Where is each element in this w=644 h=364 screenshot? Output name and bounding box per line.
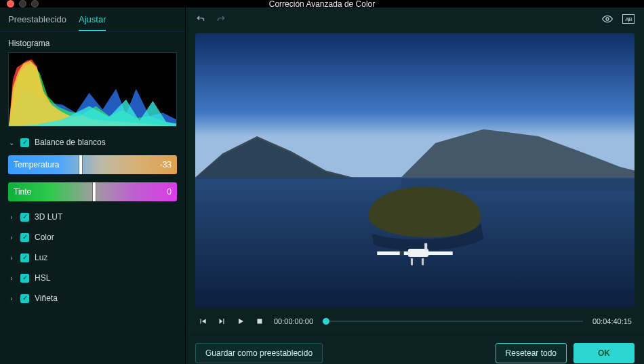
sidebar-tabs: Preestablecido Ajustar bbox=[0, 7, 185, 32]
temperature-label: Temperatura bbox=[14, 155, 59, 174]
redo-icon[interactable] bbox=[216, 14, 226, 24]
tint-value: 0 bbox=[167, 182, 172, 201]
undo-icon[interactable] bbox=[195, 14, 206, 24]
video-preview[interactable] bbox=[195, 33, 635, 308]
group-color[interactable]: › ✓ Color bbox=[0, 227, 185, 247]
checkbox-luz[interactable]: ✓ bbox=[20, 254, 29, 262]
tab-presets[interactable]: Preestablecido bbox=[8, 14, 66, 31]
svg-point-5 bbox=[606, 18, 609, 20]
step-back-icon[interactable] bbox=[198, 317, 207, 326]
svg-rect-13 bbox=[422, 258, 424, 265]
timeline-playhead[interactable] bbox=[323, 318, 329, 325]
tab-adjust[interactable]: Ajustar bbox=[79, 14, 106, 31]
main-toolbar: A|B bbox=[186, 7, 644, 31]
temperature-handle[interactable] bbox=[79, 155, 82, 174]
group-color-label: Color bbox=[35, 232, 54, 242]
group-hsl[interactable]: › ✓ HSL bbox=[0, 268, 185, 288]
play-icon[interactable] bbox=[236, 317, 245, 326]
checkbox-hsl[interactable]: ✓ bbox=[20, 274, 29, 283]
chevron-right-icon: › bbox=[8, 214, 15, 221]
svg-rect-11 bbox=[400, 251, 404, 256]
chevron-down-icon: ⌄ bbox=[8, 139, 15, 146]
stop-icon[interactable] bbox=[255, 317, 264, 326]
timecode-total: 00:04:40:15 bbox=[592, 317, 632, 325]
group-vignette[interactable]: › ✓ Viñeta bbox=[0, 288, 185, 308]
ok-button[interactable]: OK bbox=[573, 343, 635, 363]
sidebar: Preestablecido Ajustar Histograma ⌄ ✓ Ba… bbox=[0, 7, 186, 364]
chevron-right-icon: › bbox=[8, 275, 15, 282]
group-luz-label: Luz bbox=[35, 253, 47, 262]
group-3d-lut[interactable]: › ✓ 3D LUT bbox=[0, 207, 185, 227]
group-hsl-label: HSL bbox=[35, 273, 50, 283]
group-white-balance[interactable]: ⌄ ✓ Balance de blancos bbox=[0, 132, 185, 153]
play-pause-icon[interactable] bbox=[217, 317, 226, 326]
chevron-right-icon: › bbox=[8, 254, 15, 262]
window-title: Correción Avanzada de Color bbox=[0, 0, 644, 9]
chevron-right-icon: › bbox=[8, 234, 15, 241]
histogram-label: Histograma bbox=[0, 32, 185, 52]
checkbox-color[interactable]: ✓ bbox=[20, 233, 29, 242]
main-panel: A|B bbox=[186, 7, 644, 364]
checkbox-3d-lut[interactable]: ✓ bbox=[20, 213, 29, 222]
chevron-right-icon: › bbox=[8, 295, 15, 302]
reset-all-button[interactable]: Resetear todo bbox=[496, 343, 567, 363]
tint-handle[interactable] bbox=[93, 182, 96, 201]
tint-label: Tinte bbox=[14, 182, 31, 201]
checkbox-white-balance[interactable]: ✓ bbox=[20, 138, 29, 147]
temperature-value: -33 bbox=[160, 155, 172, 174]
titlebar: Correción Avanzada de Color bbox=[0, 0, 644, 7]
preview-visibility-icon[interactable] bbox=[602, 14, 613, 24]
save-preset-button[interactable]: Guardar como preestablecido bbox=[195, 343, 323, 363]
timeline-scrubber[interactable] bbox=[323, 321, 583, 322]
slider-temperature[interactable]: Temperatura -33 bbox=[8, 155, 177, 174]
slider-tint[interactable]: Tinte 0 bbox=[8, 182, 177, 201]
timecode-current: 00:00:00:00 bbox=[274, 317, 313, 325]
compare-ab-icon[interactable]: A|B bbox=[622, 14, 635, 24]
transport-bar: 00:00:00:00 00:04:40:15 bbox=[186, 308, 644, 335]
checkbox-vignette[interactable]: ✓ bbox=[20, 294, 29, 303]
footer: Guardar como preestablecido Resetear tod… bbox=[186, 335, 644, 364]
group-luz[interactable]: › ✓ Luz bbox=[0, 247, 185, 268]
svg-rect-14 bbox=[258, 319, 262, 324]
svg-rect-12 bbox=[411, 258, 413, 265]
group-white-balance-label: Balance de blancos bbox=[35, 138, 106, 147]
group-vignette-label: Viñeta bbox=[35, 294, 58, 303]
histogram bbox=[8, 52, 177, 127]
svg-rect-10 bbox=[424, 243, 427, 250]
group-3d-lut-label: 3D LUT bbox=[35, 212, 62, 222]
